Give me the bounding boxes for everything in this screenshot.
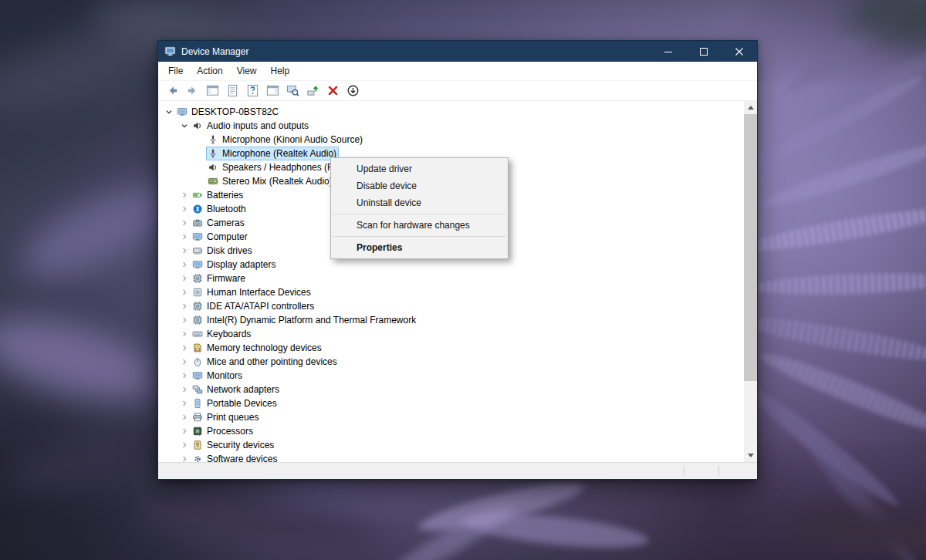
tree-item-content[interactable]: Microphone (Realtek Audio): [206, 147, 339, 160]
tree-item[interactable]: Keyboards: [158, 327, 744, 341]
chevron-right-icon[interactable]: [178, 300, 191, 312]
chevron-right-icon[interactable]: [178, 286, 191, 299]
tree-item-content[interactable]: Processors: [191, 424, 255, 438]
tree-item-content[interactable]: Speakers / Headphones (R: [206, 160, 336, 174]
chevron-spacer: [194, 175, 206, 187]
chevron-right-icon[interactable]: [178, 411, 191, 423]
tree-item[interactable]: Audio inputs and outputs: [158, 119, 744, 133]
tree-item-content[interactable]: Mice and other pointing devices: [191, 355, 340, 369]
chevron-right-icon[interactable]: [178, 272, 191, 285]
console-tree-icon[interactable]: [206, 84, 219, 97]
tree-item-content[interactable]: Computer: [191, 230, 250, 244]
tree-item[interactable]: Human Interface Devices: [158, 285, 744, 299]
chevron-right-icon[interactable]: [178, 217, 191, 229]
menu-view[interactable]: View: [230, 62, 264, 81]
tree-item[interactable]: Memory technology devices: [158, 341, 744, 355]
chevron-right-icon[interactable]: [178, 383, 191, 396]
disable-icon[interactable]: [346, 84, 360, 97]
tree-item-content[interactable]: Human Interface Devices: [191, 285, 313, 299]
scrollbar-thumb[interactable]: [744, 114, 757, 381]
forward-icon[interactable]: [186, 84, 199, 97]
tree-item-content[interactable]: Disk drives: [191, 244, 255, 258]
chevron-right-icon[interactable]: [178, 356, 191, 368]
tree-item[interactable]: Intel(R) Dynamic Platform and Thermal Fr…: [158, 313, 744, 327]
chevron-right-icon[interactable]: [178, 314, 191, 326]
back-icon[interactable]: [166, 84, 179, 97]
tree-item-content[interactable]: Firmware: [191, 272, 248, 285]
tree-item-content[interactable]: Software devices: [191, 452, 279, 462]
tree-item-content[interactable]: Microphone (Kinoni Audio Source): [206, 133, 365, 147]
chevron-right-icon[interactable]: [178, 369, 191, 382]
chevron-right-icon[interactable]: [178, 258, 191, 271]
title-bar[interactable]: Device Manager: [158, 41, 757, 62]
tree-item-content[interactable]: Monitors: [191, 369, 245, 383]
tree-item[interactable]: Network adapters: [158, 383, 744, 396]
context-menu-item[interactable]: Scan for hardware changes: [331, 217, 508, 234]
close-button[interactable]: [722, 41, 757, 62]
tree-item-content[interactable]: Audio inputs and outputs: [191, 119, 311, 133]
tree-item-content[interactable]: Portable Devices: [191, 396, 279, 410]
chevron-down-icon[interactable]: [163, 106, 175, 118]
battery-icon: [191, 190, 203, 201]
tree-item[interactable]: Mice and other pointing devices: [158, 355, 744, 369]
tree-item[interactable]: Firmware: [158, 272, 744, 285]
tree-item-content[interactable]: Intel(R) Dynamic Platform and Thermal Fr…: [191, 313, 418, 327]
scan-hardware-icon[interactable]: [286, 84, 299, 97]
chevron-right-icon[interactable]: [178, 342, 191, 354]
tree-item-content[interactable]: Display adapters: [191, 258, 278, 272]
tree-item-content[interactable]: Memory technology devices: [191, 341, 324, 355]
fern-frond: [137, 484, 387, 560]
tree-item[interactable]: Microphone (Kinoni Audio Source): [158, 133, 744, 147]
tree-item-content[interactable]: DESKTOP-0BST82C: [175, 105, 281, 119]
chevron-right-icon[interactable]: [178, 328, 191, 340]
maximize-button[interactable]: [686, 41, 722, 62]
context-menu-item[interactable]: Uninstall device: [331, 194, 508, 211]
tree-item-content[interactable]: Print queues: [191, 410, 261, 424]
minimize-button[interactable]: [651, 41, 686, 62]
properties-icon[interactable]: [226, 84, 239, 97]
tree-item-label: Display adapters: [207, 259, 275, 270]
chevron-right-icon[interactable]: [178, 231, 191, 243]
chevron-down-icon[interactable]: [178, 120, 191, 132]
scrollbar-down-icon[interactable]: [744, 449, 757, 462]
device-tree: DESKTOP-0BST82CAudio inputs and outputsM…: [158, 101, 744, 462]
tree-item-content[interactable]: Cameras: [191, 216, 247, 230]
context-menu-item[interactable]: Properties: [331, 239, 508, 256]
tree-item-content[interactable]: Keyboards: [191, 327, 253, 341]
chevron-right-icon[interactable]: [178, 439, 191, 451]
menu-file[interactable]: File: [161, 62, 190, 81]
tree-item-label: Computer: [207, 231, 248, 242]
tree-item[interactable]: Portable Devices: [158, 396, 744, 410]
tree-item-content[interactable]: Bluetooth: [191, 202, 248, 216]
tree-item[interactable]: DESKTOP-0BST82C: [158, 105, 744, 119]
update-driver-icon[interactable]: [306, 84, 319, 97]
help-icon[interactable]: [246, 84, 259, 97]
tree-item-content[interactable]: IDE ATA/ATAPI controllers: [191, 299, 316, 313]
chevron-right-icon[interactable]: [178, 189, 191, 201]
action-pane-icon[interactable]: [266, 84, 279, 97]
tree-item[interactable]: Monitors: [158, 369, 744, 383]
ide-chip-icon: [191, 301, 203, 312]
tree-item[interactable]: Processors: [158, 424, 744, 438]
chevron-right-icon[interactable]: [178, 245, 191, 257]
tree-item[interactable]: Print queues: [158, 410, 744, 424]
chevron-right-icon[interactable]: [178, 203, 191, 215]
tree-item-content[interactable]: Stereo Mix (Realtek Audio): [206, 174, 335, 188]
tree-item[interactable]: IDE ATA/ATAPI controllers: [158, 299, 744, 313]
vertical-scrollbar[interactable]: [744, 101, 757, 462]
chevron-right-icon[interactable]: [178, 397, 191, 410]
menu-help[interactable]: Help: [264, 62, 297, 81]
tree-item[interactable]: Security devices: [158, 438, 744, 452]
uninstall-icon[interactable]: [326, 84, 340, 97]
tree-item-content[interactable]: Network adapters: [191, 383, 282, 396]
chevron-right-icon[interactable]: [178, 453, 191, 462]
menu-action[interactable]: Action: [190, 62, 229, 81]
tree-item[interactable]: Display adapters: [158, 258, 744, 272]
scrollbar-up-icon[interactable]: [744, 101, 757, 114]
chevron-right-icon[interactable]: [178, 425, 191, 437]
context-menu-item[interactable]: Disable device: [331, 177, 508, 194]
tree-item[interactable]: Software devices: [158, 452, 744, 462]
tree-item-content[interactable]: Security devices: [191, 438, 276, 452]
tree-item-content[interactable]: Batteries: [191, 188, 245, 202]
context-menu-item[interactable]: Update driver: [331, 160, 508, 177]
